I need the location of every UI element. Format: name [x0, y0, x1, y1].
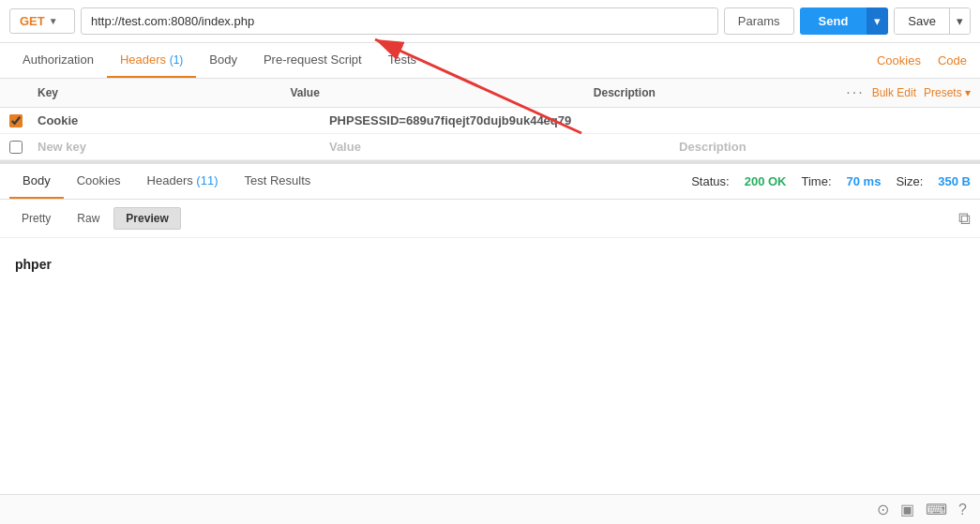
view-tab-raw[interactable]: Raw	[65, 207, 112, 230]
col-value-header: Value	[290, 86, 593, 99]
headers-section: Key Value Description ··· Bulk Edit Pres…	[0, 79, 980, 160]
bulk-edit-button[interactable]: Bulk Edit	[872, 86, 916, 99]
time-label: Time:	[801, 174, 831, 188]
tab-headers[interactable]: Headers (1)	[107, 43, 196, 78]
method-select[interactable]: GET ▼	[9, 8, 75, 34]
location-icon[interactable]: ⊙	[877, 501, 889, 518]
save-dropdown-button[interactable]: ▾	[949, 8, 970, 34]
headers-table-header: Key Value Description ··· Bulk Edit Pres…	[0, 79, 980, 108]
code-link[interactable]: Code	[934, 44, 971, 77]
request-tabs: Authorization Headers (1) Body Pre-reque…	[0, 43, 980, 79]
col-desc-header: Description	[594, 86, 846, 99]
response-tabs-left: Body Cookies Headers (11) Test Results	[9, 164, 324, 199]
top-bar: GET ▼ Params Send ▾ Save ▾	[0, 0, 980, 43]
resp-tab-headers[interactable]: Headers (11)	[134, 164, 232, 199]
view-tabs: Pretty Raw Preview ⧉	[0, 200, 980, 238]
table-row-new: New key Value Description	[0, 134, 980, 160]
resp-tab-test-results[interactable]: Test Results	[231, 164, 324, 199]
col-actions-header: ··· Bulk Edit Presets ▾	[846, 84, 971, 101]
send-button-group: Send ▾	[800, 7, 889, 35]
keyboard-icon[interactable]: ⌨	[926, 501, 947, 518]
help-icon[interactable]: ?	[958, 502, 967, 518]
status-label: Status:	[691, 174, 729, 188]
table-row: Cookie PHPSESSID=689u7fiqejt70dujb9uk44e…	[0, 108, 980, 134]
req-tabs-left: Authorization Headers (1) Body Pre-reque…	[9, 43, 430, 78]
copy-button[interactable]: ⧉	[958, 209, 971, 229]
tab-pre-request-script[interactable]: Pre-request Script	[250, 43, 375, 78]
new-row-description[interactable]: Description	[679, 140, 971, 154]
row-checkbox[interactable]	[9, 114, 23, 127]
req-tabs-right: Cookies Code	[873, 44, 971, 77]
tab-body[interactable]: Body	[196, 43, 250, 78]
row-value[interactable]: PHPSESSID=689u7fiqejt70dujb9uk44eq79	[329, 113, 679, 127]
cookies-link[interactable]: Cookies	[873, 44, 925, 77]
save-button-group: Save ▾	[894, 7, 971, 35]
dots-button[interactable]: ···	[846, 84, 864, 101]
resp-tab-cookies[interactable]: Cookies	[64, 164, 134, 199]
response-status: Status: 200 OK Time: 70 ms Size: 350 B	[691, 174, 971, 188]
response-tabs-bar: Body Cookies Headers (11) Test Results S…	[0, 164, 980, 200]
new-row-checkbox-col	[9, 141, 38, 154]
new-row-value[interactable]: Value	[329, 140, 679, 154]
col-key-header: Key	[38, 86, 290, 99]
size-label: Size:	[896, 174, 923, 188]
params-button[interactable]: Params	[724, 7, 794, 35]
new-row-checkbox[interactable]	[9, 141, 23, 154]
tab-tests[interactable]: Tests	[375, 43, 430, 78]
layout-icon[interactable]: ▣	[900, 501, 914, 518]
response-content: phper	[0, 238, 980, 494]
url-input[interactable]	[81, 7, 718, 35]
tab-authorization[interactable]: Authorization	[9, 43, 107, 78]
resp-tab-body[interactable]: Body	[9, 164, 64, 199]
presets-button[interactable]: Presets ▾	[924, 86, 971, 99]
response-text: phper	[15, 257, 52, 272]
new-row-key[interactable]: New key	[38, 140, 329, 154]
row-checkbox-col	[9, 114, 38, 127]
view-tab-preview[interactable]: Preview	[113, 207, 180, 230]
method-label: GET	[20, 14, 45, 28]
row-key[interactable]: Cookie	[38, 113, 329, 127]
view-tab-pretty[interactable]: Pretty	[9, 207, 63, 230]
send-dropdown-button[interactable]: ▾	[867, 7, 888, 35]
method-chevron-icon: ▼	[49, 16, 58, 26]
bottom-bar: ⊙ ▣ ⌨ ?	[0, 494, 980, 524]
size-value: 350 B	[938, 174, 971, 188]
status-value: 200 OK	[745, 174, 787, 188]
time-value: 70 ms	[847, 174, 882, 188]
response-section: Body Cookies Headers (11) Test Results S…	[0, 160, 980, 494]
send-button[interactable]: Send	[800, 7, 867, 35]
save-button[interactable]: Save	[895, 8, 949, 34]
